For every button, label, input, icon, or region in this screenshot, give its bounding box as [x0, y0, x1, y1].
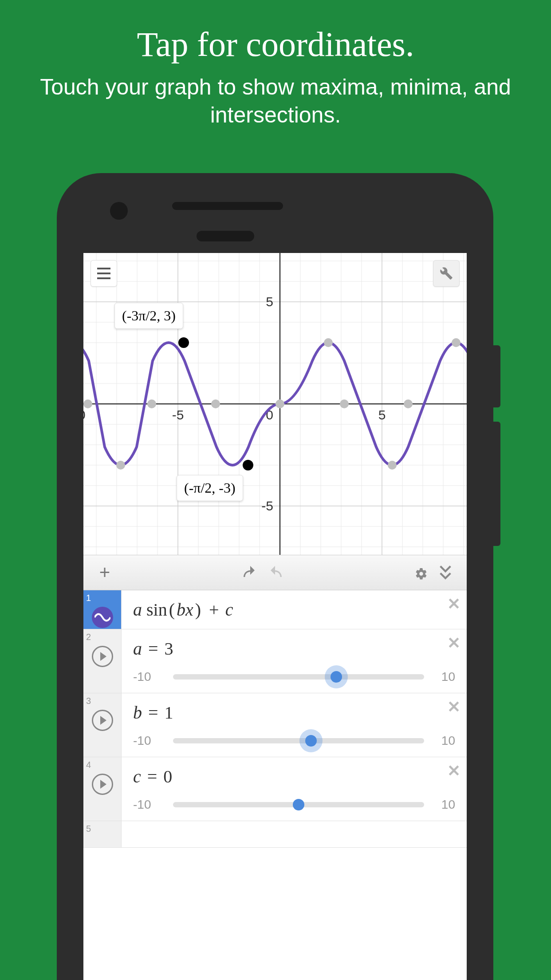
expression-gutter[interactable]: 4: [83, 757, 122, 821]
expression-body[interactable]: b = 1 ✕ -10 10: [122, 693, 467, 757]
expression-row[interactable]: 2 a = 3 ✕ -10 10: [83, 629, 467, 693]
svg-text:5: 5: [266, 294, 273, 309]
slider-thumb[interactable]: [305, 735, 317, 747]
options-button[interactable]: [408, 560, 433, 585]
slider-max: 10: [429, 798, 455, 812]
collapse-button[interactable]: [433, 560, 458, 585]
delete-expression-button[interactable]: ✕: [447, 698, 460, 716]
expression-row[interactable]: 3 b = 1 ✕ -10 10: [83, 693, 467, 757]
expression-body[interactable]: a sin(bx) + c ✕: [122, 590, 467, 629]
phone-side-button: [493, 345, 500, 407]
expression-formula: b = 1: [133, 702, 455, 723]
svg-text:-5: -5: [172, 407, 184, 422]
expression-body[interactable]: c = 0 ✕ -10 10: [122, 757, 467, 821]
expression-formula: a sin(bx) + c: [133, 599, 455, 620]
coordinate-tooltip: (-π/2, -3): [177, 475, 243, 501]
slider-track[interactable]: [173, 738, 424, 743]
slider-thumb[interactable]: [331, 671, 342, 683]
redo-icon: [266, 566, 284, 579]
coordinate-tooltip: (-3π/2, 3): [114, 303, 183, 329]
expression-number: 5: [86, 824, 91, 834]
play-slider-button[interactable]: [92, 710, 113, 731]
slider-min: -10: [133, 670, 169, 684]
svg-point-41: [83, 399, 92, 408]
svg-point-47: [340, 399, 349, 408]
graph-canvas[interactable]: -10 -5 0 5 5 -5: [83, 253, 467, 555]
expression-gutter[interactable]: 2: [83, 629, 122, 693]
svg-point-51: [178, 337, 189, 348]
slider[interactable]: -10 10: [133, 670, 455, 684]
promo-subtitle: Touch your graph to show maxima, minima,…: [0, 64, 551, 129]
delete-expression-button[interactable]: ✕: [447, 634, 460, 652]
svg-point-50: [452, 338, 460, 347]
wrench-icon: [440, 267, 453, 280]
svg-text:5: 5: [378, 407, 386, 422]
svg-point-43: [147, 399, 156, 408]
add-expression-button[interactable]: +: [92, 560, 117, 585]
expression-gutter[interactable]: 5: [83, 821, 122, 847]
delete-expression-button[interactable]: ✕: [447, 595, 460, 613]
phone-speaker: [172, 202, 283, 210]
expression-body[interactable]: a = 3 ✕ -10 10: [122, 629, 467, 693]
slider-min: -10: [133, 734, 169, 748]
slider-track[interactable]: [173, 802, 424, 807]
phone-side-button: [493, 422, 500, 546]
expression-gutter[interactable]: 1: [83, 590, 122, 629]
expression-body[interactable]: [122, 821, 467, 847]
svg-point-46: [324, 338, 333, 347]
gear-icon: [413, 565, 428, 580]
svg-point-45: [276, 399, 284, 408]
menu-icon: [97, 268, 110, 269]
slider-max: 10: [429, 734, 455, 748]
expression-gutter[interactable]: 3: [83, 693, 122, 757]
redo-button[interactable]: [263, 560, 287, 585]
menu-button[interactable]: [91, 260, 117, 287]
phone-frame: -10 -5 0 5 5 -5: [57, 173, 493, 980]
expression-formula: a = 3: [133, 638, 455, 659]
slider[interactable]: -10 10: [133, 798, 455, 812]
phone-earpiece: [197, 231, 254, 241]
undo-icon: [241, 566, 259, 579]
expression-number: 2: [86, 632, 91, 642]
slider-thumb[interactable]: [293, 799, 304, 810]
expression-row[interactable]: 5: [83, 821, 467, 848]
play-slider-button[interactable]: [92, 774, 113, 795]
svg-point-52: [243, 460, 253, 470]
chevron-double-down-icon: [439, 565, 452, 580]
svg-text:-5: -5: [261, 498, 273, 513]
slider[interactable]: -10 10: [133, 734, 455, 748]
svg-point-49: [404, 399, 413, 408]
camera-dot: [110, 202, 128, 220]
expression-number: 1: [86, 593, 91, 603]
expression-number: 3: [86, 696, 91, 706]
expression-type-icon: [92, 607, 113, 628]
undo-button[interactable]: [238, 560, 263, 585]
svg-point-44: [211, 399, 220, 408]
delete-expression-button[interactable]: ✕: [447, 762, 460, 780]
play-slider-button[interactable]: [92, 646, 113, 667]
sine-icon: [92, 607, 113, 628]
expression-toolbar: +: [83, 555, 467, 590]
expression-row[interactable]: 1 a sin(bx) + c ✕: [83, 590, 467, 629]
promo-title: Tap for coordinates.: [0, 0, 551, 64]
expression-formula: c = 0: [133, 766, 455, 787]
slider-track[interactable]: [173, 674, 424, 680]
app-screen: -10 -5 0 5 5 -5: [83, 253, 467, 980]
expression-number: 4: [86, 760, 91, 770]
expression-list: 1 a sin(bx) + c ✕ 2: [83, 590, 467, 848]
settings-button[interactable]: [433, 260, 460, 287]
expression-row[interactable]: 4 c = 0 ✕ -10 10: [83, 757, 467, 821]
slider-max: 10: [429, 670, 455, 684]
svg-point-48: [388, 461, 397, 470]
svg-point-42: [116, 461, 125, 470]
slider-min: -10: [133, 798, 169, 812]
graph-svg: -10 -5 0 5 5 -5: [83, 253, 467, 555]
svg-text:-10: -10: [83, 407, 86, 422]
